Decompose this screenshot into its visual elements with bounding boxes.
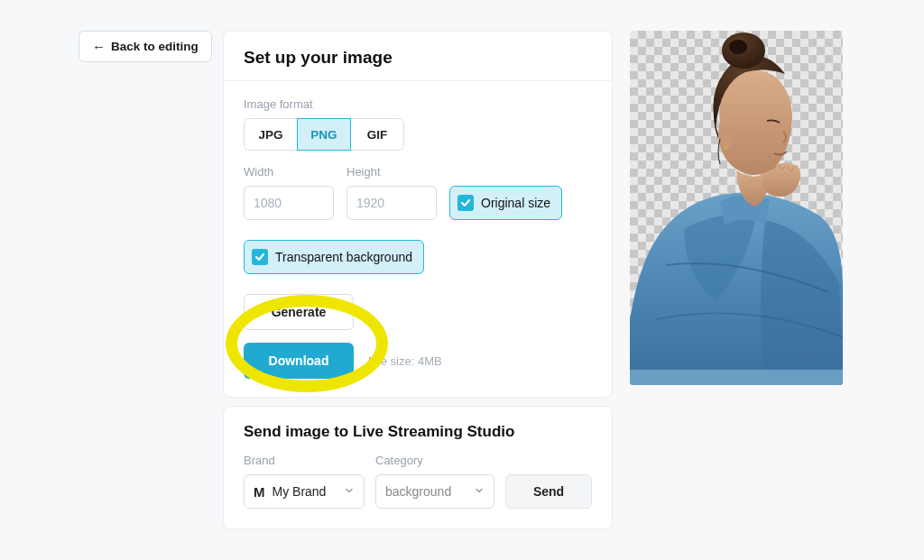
send-card: Send image to Live Streaming Studio Bran… — [223, 406, 613, 529]
preview-portrait-svg — [630, 31, 843, 385]
arrow-left-icon: ← — [92, 40, 106, 53]
width-input[interactable] — [244, 186, 334, 220]
setup-section: Image format JPG PNG GIF Width Height Or… — [224, 81, 612, 397]
check-icon — [252, 249, 268, 265]
brand-logo-icon: M — [254, 484, 265, 500]
format-group: JPG PNG GIF — [244, 118, 404, 151]
transparent-bg-label: Transparent background — [275, 250, 412, 264]
send-button[interactable]: Send — [505, 474, 592, 509]
format-png-button[interactable]: PNG — [297, 118, 351, 151]
generate-button[interactable]: Generate — [244, 294, 354, 330]
svg-point-0 — [719, 126, 734, 148]
svg-point-3 — [729, 40, 747, 54]
transparent-bg-checkbox[interactable]: Transparent background — [244, 240, 424, 274]
category-label: Category — [375, 454, 494, 467]
height-column: Height — [346, 165, 437, 220]
brand-select[interactable]: M My Brand — [244, 474, 365, 509]
height-label: Height — [346, 165, 437, 179]
chevron-down-icon — [344, 484, 355, 499]
format-jpg-button[interactable]: JPG — [244, 118, 298, 151]
svg-point-1 — [725, 146, 728, 150]
original-size-checkbox[interactable]: Original size — [449, 186, 562, 220]
width-label: Width — [244, 165, 334, 179]
height-input[interactable] — [346, 186, 437, 220]
back-label: Back to editing — [111, 40, 199, 53]
setup-card: Set up your image Image format JPG PNG G… — [223, 31, 613, 398]
brand-value: My Brand — [273, 484, 327, 499]
svg-rect-4 — [630, 370, 843, 385]
setup-title: Set up your image — [224, 32, 612, 81]
brand-label: Brand — [244, 454, 365, 467]
category-select[interactable]: background — [375, 474, 494, 509]
original-size-label: Original size — [481, 196, 550, 210]
download-button[interactable]: Download — [244, 343, 354, 379]
file-size-text: File size: 4MB — [368, 354, 442, 368]
chevron-down-icon — [474, 484, 485, 499]
width-column: Width — [244, 165, 334, 220]
check-icon — [457, 195, 474, 211]
format-gif-button[interactable]: GIF — [350, 118, 404, 151]
category-value: background — [385, 484, 451, 499]
back-to-editing-button[interactable]: ← Back to editing — [79, 31, 212, 62]
send-title: Send image to Live Streaming Studio — [244, 423, 592, 441]
format-label: Image format — [244, 97, 592, 111]
image-preview — [630, 31, 843, 385]
